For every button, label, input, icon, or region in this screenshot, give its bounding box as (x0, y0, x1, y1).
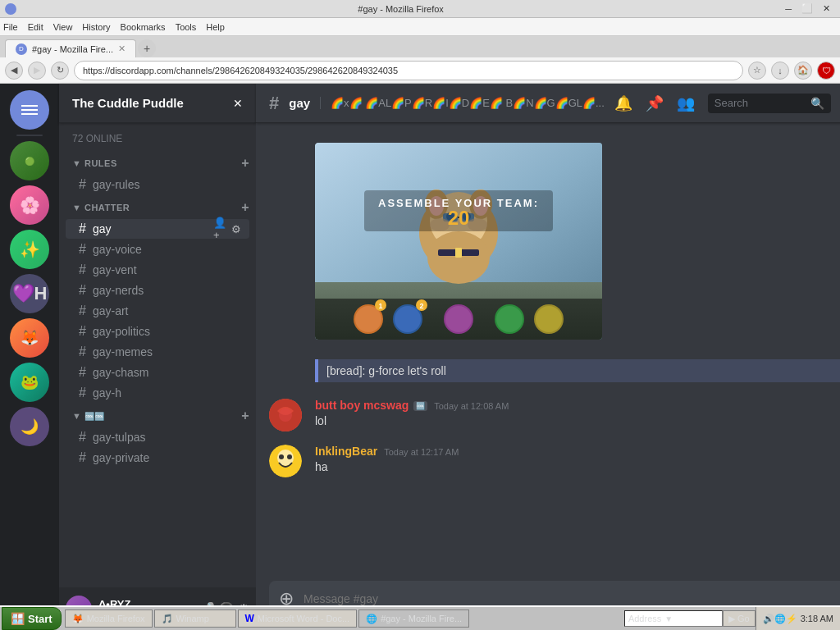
server-header-chevron: ✕ (233, 97, 243, 110)
channel-hash-icon-7: # (79, 345, 86, 359)
nav-refresh[interactable]: ↻ (51, 62, 69, 80)
nav-forward[interactable]: ▶ (28, 62, 46, 80)
channel-item-gay-voice[interactable]: # gay-voice (66, 240, 249, 259)
channel-item-gay-h[interactable]: # gay-h (66, 383, 249, 403)
header-search-box[interactable]: Search 🔍 (708, 94, 831, 113)
category-rules[interactable]: ▼ RULES + (59, 151, 256, 174)
channel-item-gay-nerds[interactable]: # gay-nerds (66, 281, 249, 300)
channel-list: 72 ONLINE ▼ RULES + # gay-rules ▼ CHATTE… (59, 123, 256, 587)
message-text-inking: ha (315, 459, 840, 476)
window-maximize[interactable]: ⬜ (797, 3, 818, 14)
category-chatter-add[interactable]: + (241, 200, 249, 215)
channel-item-icons-gay: 👤+ ⚙ (213, 222, 243, 235)
channel-item-gay-vent[interactable]: # gay-vent (66, 260, 249, 280)
taskbar-item-winamp[interactable]: 🎵 Winamp (154, 609, 236, 628)
server-icon-h[interactable]: 💜H (10, 274, 49, 313)
chat-channel-topic: 🌈x🌈 🌈AL🌈P🌈R🌈I🌈D🌈E🌈 B🌈N🌈G🌈GL🌈... (320, 97, 605, 109)
server-icon-2[interactable]: 🌸 (10, 185, 49, 225)
author-tag-badge: 🆒 (413, 401, 427, 411)
server-icon-shrek[interactable]: 🟢 (10, 141, 49, 180)
channel-item-gay-private[interactable]: # gay-private (66, 448, 249, 468)
channel-item-gay[interactable]: # gay 👤+ ⚙ (66, 219, 249, 239)
svg-point-25 (395, 306, 421, 332)
message-text-butt: lol (315, 413, 840, 430)
channel-sidebar: The Cuddle Puddle ✕ 72 ONLINE ▼ RULES + … (59, 84, 256, 630)
server-icon-4[interactable]: 🦊 (10, 318, 49, 358)
taskbar-go-btn[interactable]: ▶ Go (723, 610, 756, 627)
channel-item-gay-art[interactable]: # gay-art (66, 301, 249, 321)
browser-favicon (5, 3, 16, 15)
channel-hash-icon-2: # (79, 242, 86, 257)
new-tab-btn[interactable]: + (138, 39, 156, 57)
message-avatar-butt (269, 399, 302, 431)
channel-item-gay-rules[interactable]: # gay-rules (66, 175, 249, 194)
discord-home-btn[interactable] (10, 90, 49, 130)
chat-header: # gay 🌈x🌈 🌈AL🌈P🌈R🌈I🌈D🌈E🌈 B🌈N🌈G🌈GL🌈... 🔔 … (256, 84, 840, 123)
taskbar-address-dropdown[interactable]: ▼ (664, 614, 673, 623)
taskbar-item-firefox1[interactable]: 🦊 Mozilla Firefox (65, 609, 153, 628)
browser-title: #gay - Mozilla Firefox (21, 4, 780, 14)
category-add-icon[interactable]: + (241, 156, 249, 171)
chat-area: # gay 🌈x🌈 🌈AL🌈P🌈R🌈I🌈D🌈E🌈 B🌈N🌈G🌈GL🌈... 🔔 … (256, 84, 840, 630)
taskbar-item-word[interactable]: W Microsoft Word - Doc... (238, 609, 358, 628)
browser-tab[interactable]: D #gay - Mozilla Fire... ✕ (5, 39, 136, 57)
online-count: 72 ONLINE (59, 130, 256, 151)
search-icon: 🔍 (810, 97, 824, 110)
window-minimize[interactable]: ─ (780, 4, 797, 14)
chat-channel-hash: # (269, 93, 279, 114)
channel-hash-icon-9: # (79, 386, 86, 400)
channel-item-gay-chasm[interactable]: # gay-chasm (66, 363, 249, 382)
message-author-butt: butt boy mcswag 🆒 (315, 399, 427, 412)
notification-bell-icon[interactable]: 🔔 (614, 94, 632, 112)
channel-item-gay-memes[interactable]: # gay-memes (66, 342, 249, 362)
category-extra[interactable]: ▼ 🆒🆒 + (59, 404, 256, 427)
svg-text:1: 1 (378, 302, 382, 310)
channel-item-gay-tulpas[interactable]: # gay-tulpas (66, 427, 249, 447)
category-extra-add[interactable]: + (241, 409, 249, 423)
channel-hash-icon-10: # (79, 430, 86, 445)
taskbar-icon-winamp: 🎵 (162, 614, 173, 624)
menu-edit[interactable]: Edit (28, 22, 43, 32)
svg-text:2: 2 (419, 302, 423, 310)
message-input[interactable] (304, 592, 838, 605)
menu-help[interactable]: Help (206, 22, 225, 32)
settings-icon[interactable]: ⚙ (230, 222, 243, 235)
server-header[interactable]: The Cuddle Puddle ✕ (59, 84, 256, 123)
nav-bookmark[interactable]: ☆ (748, 62, 766, 80)
message-avatar-inking (269, 445, 302, 477)
nav-home[interactable]: 🏠 (794, 62, 812, 80)
nav-addon[interactable]: 🛡 (817, 62, 835, 80)
taskbar-address-bar[interactable]: Address ▼ (624, 610, 723, 627)
category-chatter[interactable]: ▼ CHATTER + (59, 195, 256, 218)
game-screenshot: ASSEMBLE YOUR TEAM: 20 (315, 143, 602, 340)
messages-container: ASSEMBLE YOUR TEAM: 20 (256, 123, 840, 581)
menu-tools[interactable]: Tools (176, 22, 197, 32)
channel-label-11: gay-private (93, 451, 149, 464)
members-list-icon[interactable]: 👥 (677, 94, 695, 112)
server-icon-5[interactable]: 🐸 (10, 363, 49, 402)
go-arrow-icon: ▶ Go (728, 614, 750, 624)
svg-point-37 (279, 409, 292, 422)
add-member-icon[interactable]: 👤+ (213, 222, 226, 235)
server-icon-3[interactable]: ✨ (10, 230, 49, 269)
pin-icon[interactable]: 📌 (646, 94, 664, 112)
taskbar: 🪟 Start 🦊 Mozilla Firefox 🎵 Winamp W Mic… (0, 605, 840, 630)
channel-label-gay: gay (93, 222, 112, 235)
start-label: Start (28, 613, 52, 625)
tab-close[interactable]: ✕ (118, 43, 126, 54)
server-icon-6[interactable]: 🌙 (10, 407, 49, 446)
nav-back[interactable]: ◀ (5, 62, 23, 80)
url-bar[interactable]: https://discordapp.com/channels/29864262… (74, 61, 743, 80)
menu-history[interactable]: History (82, 22, 110, 32)
window-close[interactable]: ✕ (818, 3, 835, 14)
svg-point-41 (287, 454, 292, 459)
menu-view[interactable]: View (53, 22, 73, 32)
channel-item-gay-politics[interactable]: # gay-politics (66, 322, 249, 341)
menu-bookmarks[interactable]: Bookmarks (121, 22, 166, 32)
menu-file[interactable]: File (3, 22, 18, 32)
taskbar-item-discord[interactable]: 🌐 #gay - Mozilla Fire... (358, 609, 469, 628)
taskbar-icon-discord: 🌐 (366, 614, 377, 624)
nav-extra1[interactable]: ↓ (771, 62, 789, 80)
game-image-embed: ASSEMBLE YOUR TEAM: 20 (315, 143, 643, 340)
start-button[interactable]: 🪟 Start (2, 607, 62, 630)
